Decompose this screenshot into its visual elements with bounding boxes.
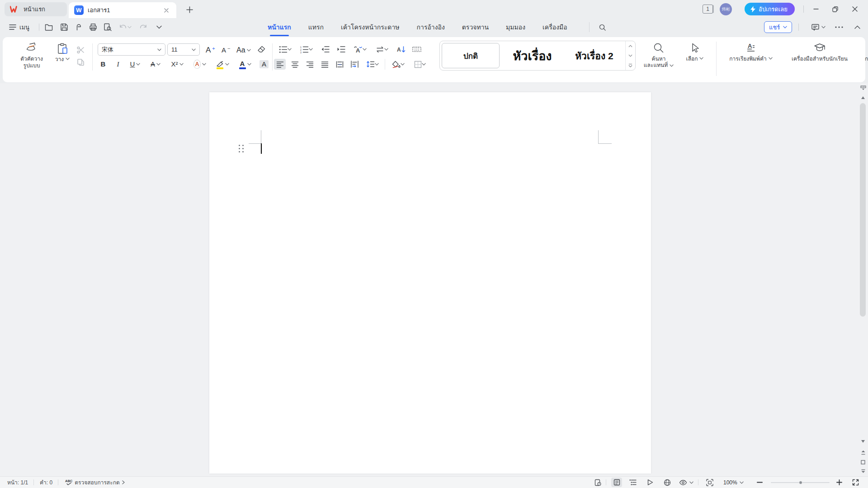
superscript-button[interactable]: X²	[167, 58, 187, 70]
zoom-level-button[interactable]: 100%	[722, 477, 745, 488]
comments-button[interactable]	[808, 22, 828, 33]
paragraph-layout-button[interactable]	[349, 59, 360, 70]
scroll-down-button[interactable]	[859, 437, 867, 446]
print-preview-button[interactable]	[101, 21, 113, 33]
shrink-font-button[interactable]: A−	[220, 43, 231, 55]
bold-button[interactable]: B	[97, 58, 109, 70]
select-button[interactable]: เลือก	[682, 40, 708, 62]
main-menu-button[interactable]: เมนู	[6, 21, 32, 33]
more-options-button[interactable]	[833, 22, 845, 33]
font-color-button[interactable]: A	[235, 58, 255, 70]
clip-icon[interactable]	[72, 21, 85, 33]
redo-button[interactable]	[137, 21, 149, 33]
close-window-button[interactable]	[848, 3, 862, 15]
fit-page-button[interactable]	[704, 478, 715, 487]
character-shading-button[interactable]: A	[258, 58, 270, 70]
undo-button[interactable]	[117, 21, 134, 33]
close-document-icon[interactable]	[162, 6, 171, 15]
increase-indent-button[interactable]	[335, 44, 347, 55]
style-normal[interactable]: ปกติ	[442, 43, 500, 68]
zoom-slider[interactable]	[771, 482, 830, 483]
select-browse-object-button[interactable]	[859, 458, 867, 467]
align-left-button[interactable]	[274, 59, 286, 70]
word-count[interactable]: คำ: 0	[38, 477, 54, 488]
highlight-color-button[interactable]	[212, 58, 232, 70]
decrease-indent-button[interactable]	[319, 44, 331, 55]
phonetic-guide-button[interactable]: A	[351, 44, 369, 55]
document-tab[interactable]: W เอกสาร1	[69, 2, 176, 18]
text-effects-button[interactable]: A	[190, 58, 210, 70]
new-tab-button[interactable]	[184, 4, 195, 15]
tab-view[interactable]: มุมมอง	[505, 18, 526, 36]
grow-font-button[interactable]: A+	[204, 43, 217, 55]
open-file-button[interactable]	[42, 21, 55, 33]
document-page[interactable]	[209, 92, 651, 474]
window-count-badge[interactable]: 1	[703, 5, 713, 14]
style-heading2[interactable]: หัวเรื่อง 2	[563, 41, 625, 70]
scroll-up-button[interactable]	[859, 93, 867, 102]
borders-button[interactable]	[410, 59, 429, 70]
change-case-button[interactable]: Aa	[235, 43, 252, 55]
tab-insert[interactable]: แทรก	[307, 18, 325, 36]
sort-button[interactable]: A	[395, 44, 407, 55]
ribbon-search-button[interactable]	[589, 22, 606, 32]
bullets-button[interactable]	[277, 44, 294, 55]
spellcheck-status[interactable]: ABC ตรวจสอบการสะกด	[63, 477, 127, 488]
shading-button[interactable]	[388, 59, 407, 70]
underline-button[interactable]: U	[127, 58, 144, 70]
tab-tools[interactable]: เครื่องมือ	[542, 18, 568, 36]
typesetting-button[interactable]: A การเรียงพิมพ์คำ	[725, 40, 777, 62]
share-button[interactable]: แชร์	[764, 21, 792, 33]
outline-view-button[interactable]	[627, 478, 638, 487]
page-count[interactable]: หน้า: 1/1	[5, 477, 30, 488]
task-window-button[interactable]	[592, 478, 603, 487]
line-spacing-button[interactable]	[363, 59, 382, 70]
user-avatar[interactable]: 炜彬	[720, 3, 732, 15]
save-button[interactable]	[58, 21, 70, 33]
page-view-button[interactable]	[611, 478, 622, 487]
minimize-button[interactable]	[809, 3, 823, 15]
copy-button[interactable]	[75, 57, 86, 67]
format-painter-button[interactable]: ตัวคัดวาง รูปแบบ	[16, 43, 47, 69]
styles-more-button[interactable]	[626, 61, 635, 70]
distribute-button[interactable]: <>	[334, 59, 345, 70]
font-name-select[interactable]: 宋体	[98, 43, 165, 56]
read-mode-button[interactable]	[645, 478, 656, 487]
styles-scroll-down-button[interactable]	[626, 51, 635, 60]
zoom-in-button[interactable]	[834, 478, 844, 487]
styles-scroll-up-button[interactable]	[626, 41, 635, 51]
paste-button[interactable]: วาง	[51, 43, 74, 63]
fullscreen-button[interactable]	[850, 478, 861, 487]
scrollbar-thumb[interactable]	[860, 103, 866, 317]
student-tools-button[interactable]: เครื่องมือสำหรับนักเรียน	[785, 40, 854, 62]
strikethrough-button[interactable]: A	[146, 58, 165, 70]
align-right-button[interactable]	[304, 59, 316, 70]
show-marks-button[interactable]	[411, 44, 423, 55]
ruler-toggle-button[interactable]	[859, 83, 867, 92]
find-replace-button[interactable]: ค้นหา และแทนที่	[644, 40, 674, 69]
cut-button[interactable]	[75, 45, 86, 55]
font-size-select[interactable]: 11	[167, 43, 200, 56]
collapse-ribbon-button[interactable]	[851, 22, 863, 33]
restore-button[interactable]	[828, 3, 842, 15]
settings-button[interactable]: การตั้งค่า	[862, 40, 868, 62]
next-page-button[interactable]	[859, 467, 867, 476]
customize-toolbar-button[interactable]	[153, 21, 165, 33]
clear-format-button[interactable]	[256, 44, 267, 54]
print-button[interactable]	[87, 21, 99, 33]
zoom-out-button[interactable]	[754, 478, 765, 487]
tab-review[interactable]: ตรวจทาน	[461, 18, 490, 36]
align-center-button[interactable]	[289, 59, 301, 70]
text-direction-button[interactable]	[373, 44, 391, 55]
home-tab-button[interactable]: หน้าแรก	[5, 2, 67, 16]
paragraph-drag-handle[interactable]	[239, 145, 245, 153]
tab-home[interactable]: หน้าแรก	[267, 18, 292, 36]
tab-page-layout[interactable]: เค้าโครงหน้ากระดาษ	[340, 18, 401, 36]
upgrade-button[interactable]: อัปเกรดเลย	[745, 3, 795, 15]
previous-page-button[interactable]	[859, 448, 867, 457]
view-options-button[interactable]	[677, 477, 695, 488]
web-view-button[interactable]	[662, 478, 673, 487]
justify-button[interactable]	[319, 59, 330, 70]
numbering-button[interactable]: 123	[298, 44, 315, 55]
tab-references[interactable]: การอ้างอิง	[416, 18, 446, 36]
